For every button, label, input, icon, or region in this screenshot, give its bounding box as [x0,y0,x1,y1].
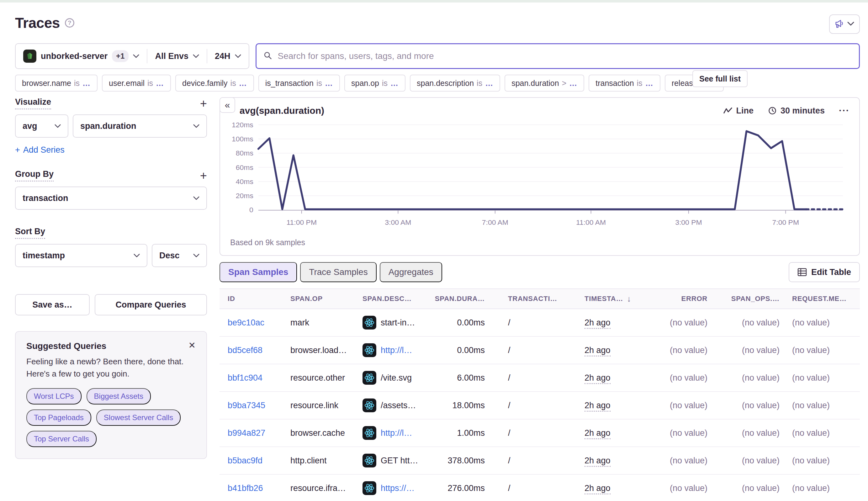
close-icon[interactable]: ✕ [189,341,196,350]
filter-key-chip[interactable]: is_transaction is … [258,75,340,92]
filter-value-placeholder: … [239,79,247,88]
add-group-by-icon[interactable]: + [200,171,207,180]
table-header-row: ID SPAN.OP SPAN.DESC… SPAN.DURA… TRANSAC… [220,289,860,309]
sort-field-dropdown[interactable]: timestamp [15,244,147,267]
filter-key-chip[interactable]: browser.name is … [15,75,97,92]
filter-key-chip[interactable]: span.duration > … [505,75,584,92]
react-project-icon [362,426,376,440]
span-id-link[interactable]: bd5cef68 [227,345,263,355]
help-icon[interactable]: ? [65,18,74,28]
results-tab[interactable]: Trace Samples [300,262,376,282]
request-method-cell: (no value) [780,483,852,493]
timestamp-cell[interactable]: 2h ago [584,401,611,412]
filter-value-placeholder: … [645,79,654,88]
span-id-link[interactable]: b9ba7345 [227,401,265,410]
col-header-span-op[interactable]: SPAN.OP [290,295,362,303]
save-as-button[interactable]: Save as… [15,294,90,316]
span-id-link[interactable]: b5bac9fd [227,456,263,465]
suggested-query-chips: Worst LCPs Biggest Assets Top Pageloads … [27,388,196,447]
filter-key-chip[interactable]: device.family is … [175,75,254,92]
span-description-text[interactable]: /vite.svg [381,373,412,383]
aggregate-dropdown[interactable]: avg [15,115,68,138]
sort-direction-dropdown[interactable]: Desc [152,244,207,267]
span-description-text[interactable]: https://… [381,483,415,493]
svg-text:11:00 PM: 11:00 PM [287,218,317,226]
field-dropdown[interactable]: span.duration [73,115,207,138]
timestamp-cell[interactable]: 2h ago [584,373,611,384]
span-duration-cell: 0.00ms [435,318,485,328]
feedback-button[interactable] [829,14,860,34]
col-header-timestamp[interactable]: TIMESTA… ↓ [563,294,638,304]
timestamp-cell[interactable]: 2h ago [584,483,611,494]
span-description-text[interactable]: start-in… [381,318,415,328]
col-header-id[interactable]: ID [227,295,290,303]
collapse-sidebar-button[interactable]: « [220,97,235,113]
span-id-link[interactable]: bbf1c904 [227,373,263,383]
span-op-cell: resource.link [290,401,362,411]
span-description-text[interactable]: http://l… [381,345,412,355]
traces-page: Traces ? unborked-server +1 [0,14,868,501]
filter-value-placeholder: … [156,79,164,88]
project-selector[interactable]: unborked-server +1 [16,44,147,68]
timestamp-cell[interactable]: 2h ago [584,318,611,329]
svg-text:3:00 AM: 3:00 AM [385,218,411,226]
span-id-link[interactable]: be9c10ac [227,318,264,327]
compare-queries-button[interactable]: Compare Queries [95,294,207,316]
time-range-selector[interactable]: 24H [207,44,249,68]
col-header-span-description[interactable]: SPAN.DESC… [362,295,435,303]
group-by-heading: Group By [15,169,54,182]
col-header-error[interactable]: ERROR [638,295,708,303]
results-tab[interactable]: Aggregates [380,262,442,282]
span-id-link[interactable]: b994a827 [227,428,265,438]
see-full-list-button[interactable]: See full list [692,70,748,87]
top-accent-strip [0,0,868,2]
filter-key-chip[interactable]: span.description is … [410,75,500,92]
filter-key-chip[interactable]: transaction is … [589,75,660,92]
filter-operator: is [231,79,236,88]
results-tab[interactable]: Span Samples [220,262,297,282]
filter-key: span.description [417,79,474,88]
span-id-link[interactable]: b41bfb26 [227,483,263,493]
svg-text:11:00 AM: 11:00 AM [576,218,606,226]
filter-bar: unborked-server +1 All Envs 24H [15,43,860,69]
span-description-text[interactable]: http://l… [381,428,412,438]
timestamp-cell[interactable]: 2h ago [584,456,611,467]
suggested-query-chip[interactable]: Top Pageloads [27,409,91,426]
col-header-request-method[interactable]: REQUEST.ME… [780,295,852,303]
group-by-dropdown[interactable]: transaction [15,186,207,210]
chart-interval-selector[interactable]: 30 minutes [768,106,825,116]
filter-key-chip[interactable]: span.op is … [344,75,405,92]
filter-key: device.family [182,79,227,88]
search-input[interactable] [277,51,852,62]
environment-selector[interactable]: All Envs [147,44,207,68]
react-project-icon [362,398,376,412]
span-description-text[interactable]: GET htt… [381,456,418,466]
add-visualize-icon[interactable]: + [200,99,207,108]
span-ops-cell: (no value) [708,483,780,493]
chevron-down-icon [193,196,199,200]
suggested-query-chip[interactable]: Biggest Assets [86,388,151,404]
filter-key-chip[interactable]: user.email is … [102,75,171,92]
edit-table-button[interactable]: Edit Table [788,262,860,282]
chart-type-toggle[interactable]: Line [723,106,754,116]
span-description-text[interactable]: /assets… [381,401,416,411]
span-description-cell: /assets… [362,398,435,412]
request-method-cell: (no value) [780,401,852,411]
col-header-span-ops[interactable]: SPAN_OPS.… [708,295,780,303]
error-cell: (no value) [638,456,708,466]
field-value: span.duration [80,121,136,131]
chart-overflow-menu[interactable]: ••• [839,108,850,114]
span-description-cell: GET htt… [362,454,435,468]
suggested-query-chip[interactable]: Worst LCPs [27,388,82,404]
add-series-button[interactable]: + Add Series [15,145,207,155]
chevron-down-icon [193,54,199,58]
timestamp-cell[interactable]: 2h ago [584,345,611,356]
transaction-cell: / [485,318,563,328]
timestamp-cell[interactable]: 2h ago [584,428,611,439]
svg-text:60ms: 60ms [236,163,253,171]
col-header-span-duration[interactable]: SPAN.DURA… [435,295,485,303]
col-header-transaction[interactable]: TRANSACTI… [485,295,563,303]
clock-icon [768,106,777,115]
suggested-query-chip[interactable]: Top Server Calls [27,431,97,447]
suggested-query-chip[interactable]: Slowest Server Calls [96,409,181,426]
